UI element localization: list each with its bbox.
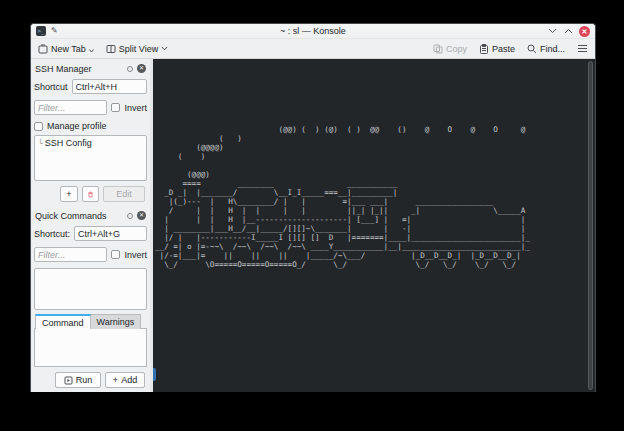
ssh-shortcut-label: Shortcut [34,82,68,92]
command-editor[interactable] [34,328,147,367]
hamburger-menu-icon [577,44,588,53]
search-icon [527,44,537,54]
main-toolbar: New Tab Split View Copy Paste Find... [31,39,595,59]
paste-button[interactable]: Paste [479,44,515,54]
scrollbar-handle[interactable] [588,61,593,390]
close-panel-icon[interactable]: ✕ [137,64,146,73]
plus-icon: + [113,375,118,385]
run-icon [64,376,73,385]
side-panels: SSH Manager ✕ Shortcut Invert [31,59,153,392]
konsole-app-icon: >_ [36,26,46,36]
ssh-manager-header[interactable]: SSH Manager ✕ [35,62,146,75]
run-label: Run [76,375,93,385]
tree-item-ssh-config[interactable]: └ SSH Config [38,138,143,148]
new-tab-icon [38,44,48,54]
chevron-down-icon [161,46,168,51]
qc-invert-checkbox[interactable] [111,250,120,259]
copy-button[interactable]: Copy [433,44,467,54]
new-tab-button[interactable]: New Tab [38,44,94,54]
copy-icon [433,44,443,54]
tab-warnings[interactable]: Warnings [91,314,142,329]
new-tab-label: New Tab [51,44,86,54]
ssh-shortcut-field[interactable] [72,79,147,94]
split-view-icon [106,44,116,54]
ssh-filter-row: Invert [34,100,147,115]
qc-shortcut-row: Shortcut: [34,226,147,241]
ssh-buttons-row: + Edit [34,186,145,202]
titlebar[interactable]: >_ ✎ ~ : sl — Konsole ✕ [31,24,595,39]
paste-icon [479,44,489,54]
chevron-down-icon [548,28,557,34]
ssh-invert-label: Invert [124,103,147,113]
float-panel-icon[interactable] [127,66,133,72]
qc-shortcut-field[interactable] [74,226,147,241]
paste-label: Paste [492,44,515,54]
split-view-label: Split View [119,44,158,54]
terminal-display[interactable]: (@@) ( ) (@) ( ) @@ () @ O @ O @ ( ) (@@… [153,59,595,392]
tree-branch-icon: └ [38,139,43,148]
window-controls: ✕ [547,26,590,37]
quick-commands-header[interactable]: Quick Commands ✕ [35,209,146,222]
splitter-accent-mark [153,368,156,381]
ssh-shortcut-row: Shortcut [34,79,147,94]
desktop-background: >_ ✎ ~ : sl — Konsole ✕ New Tab [0,0,624,431]
konsole-window: >_ ✎ ~ : sl — Konsole ✕ New Tab [30,23,596,392]
float-panel-icon[interactable] [127,213,133,219]
edit-ssh-button[interactable]: Edit [103,186,145,202]
qc-shortcut-label: Shortcut: [34,229,70,239]
ssh-config-tree: └ SSH Config [34,135,147,181]
add-ssh-button[interactable]: + [60,186,78,202]
qc-filter-input[interactable] [34,247,107,262]
tree-item-label: SSH Config [45,138,92,148]
qc-filter-row: Invert [34,247,147,262]
maximize-button[interactable] [563,26,573,36]
terminal-scrollbar[interactable] [587,61,594,390]
find-button[interactable]: Find... [527,44,565,54]
tab-command[interactable]: Command [35,314,91,329]
hamburger-menu-button[interactable] [577,44,588,53]
window-title: ~ : sl — Konsole [31,26,595,36]
quick-commands-panel: Quick Commands ✕ Shortcut: Invert [31,206,150,392]
quick-commands-list[interactable] [34,268,147,310]
window-content: SSH Manager ✕ Shortcut Invert [31,59,595,392]
ssh-invert-checkbox[interactable] [111,103,120,112]
copy-label: Copy [446,44,467,54]
run-button[interactable]: Run [55,372,101,388]
qc-tabbar: Command Warnings [35,314,147,329]
quick-commands-title: Quick Commands [35,211,123,221]
close-button[interactable]: ✕ [579,26,590,37]
pin-icon[interactable]: ✎ [51,27,58,35]
add-command-button[interactable]: + Add [105,372,145,388]
qc-buttons-row: Run + Add [34,372,145,388]
ssh-filter-input[interactable] [34,100,107,115]
ssh-manager-panel: SSH Manager ✕ Shortcut Invert [31,59,150,206]
qc-invert-label: Invert [124,250,147,260]
manage-profile-label: Manage profile [47,121,107,131]
manage-profile-checkbox[interactable] [34,122,43,131]
sl-train-ascii-art: (@@) ( ) (@) ( ) @@ () @ O @ O @ ( ) (@@… [155,125,530,269]
minimize-button[interactable] [547,26,557,36]
split-view-button[interactable]: Split View [106,44,168,54]
trash-icon [88,190,93,199]
ssh-manage-profile-row: Manage profile [34,121,147,131]
ssh-manager-title: SSH Manager [35,64,123,74]
chevron-down-icon [89,49,94,53]
add-label: Add [121,375,137,385]
close-panel-icon[interactable]: ✕ [137,211,146,220]
delete-ssh-button[interactable] [82,186,99,202]
find-label: Find... [540,44,565,54]
chevron-up-icon [564,28,573,34]
